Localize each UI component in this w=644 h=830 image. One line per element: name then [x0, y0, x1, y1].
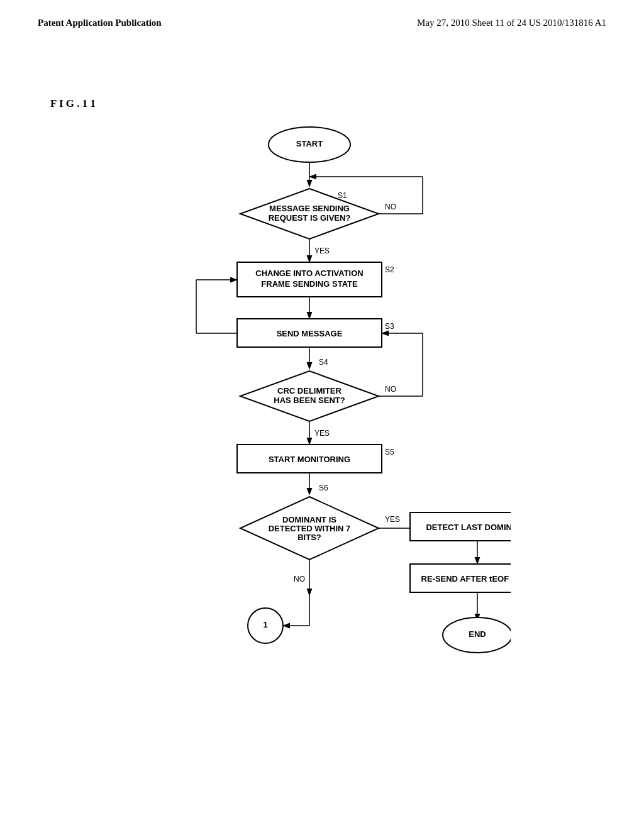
- svg-text:REQUEST IS GIVEN?: REQUEST IS GIVEN?: [269, 213, 351, 223]
- svg-text:DETECT LAST DOMINANT: DETECT LAST DOMINANT: [426, 523, 511, 532]
- svg-text:NO: NO: [385, 202, 396, 211]
- flowchart-svg: START S1 MESSAGE SENDING REQUEST IS GIVE…: [133, 116, 511, 795]
- svg-text:S2: S2: [385, 265, 394, 274]
- svg-text:S5: S5: [385, 448, 394, 456]
- svg-text:RE-SEND AFTER tEOF + tIFS: RE-SEND AFTER tEOF + tIFS: [421, 574, 511, 584]
- svg-text:END: END: [469, 629, 486, 639]
- page-header: Patent Application Publication May 27, 2…: [0, 0, 644, 28]
- flowchart: START S1 MESSAGE SENDING REQUEST IS GIVE…: [133, 116, 511, 798]
- svg-text:START MONITORING: START MONITORING: [269, 455, 350, 464]
- svg-text:CRC DELIMITER: CRC DELIMITER: [277, 386, 341, 396]
- svg-text:S1: S1: [338, 191, 347, 200]
- figure-label: F I G . 1 1: [50, 97, 96, 110]
- svg-text:FRAME SENDING STATE: FRAME SENDING STATE: [261, 279, 358, 289]
- svg-text:START: START: [296, 139, 323, 148]
- svg-text:SEND MESSAGE: SEND MESSAGE: [277, 329, 343, 338]
- svg-text:1: 1: [263, 620, 267, 629]
- svg-text:YES: YES: [314, 429, 330, 438]
- svg-text:NO: NO: [294, 575, 305, 584]
- svg-text:DETECTED WITHIN 7: DETECTED WITHIN 7: [269, 524, 351, 533]
- svg-text:BITS?: BITS?: [297, 533, 321, 542]
- svg-text:YES: YES: [385, 515, 400, 524]
- svg-text:CHANGE INTO ACTIVATION: CHANGE INTO ACTIVATION: [255, 268, 363, 278]
- publication-info: May 27, 2010 Sheet 11 of 24 US 2010/1318…: [417, 18, 606, 28]
- svg-text:NO: NO: [385, 385, 396, 394]
- publication-title: Patent Application Publication: [38, 18, 162, 28]
- svg-text:S3: S3: [385, 322, 394, 331]
- svg-text:YES: YES: [314, 246, 330, 255]
- svg-text:S6: S6: [319, 484, 328, 492]
- svg-text:S4: S4: [319, 358, 328, 367]
- svg-text:DOMINANT IS: DOMINANT IS: [282, 515, 336, 524]
- svg-text:HAS BEEN SENT?: HAS BEEN SENT?: [274, 396, 345, 405]
- svg-text:MESSAGE SENDING: MESSAGE SENDING: [269, 204, 350, 213]
